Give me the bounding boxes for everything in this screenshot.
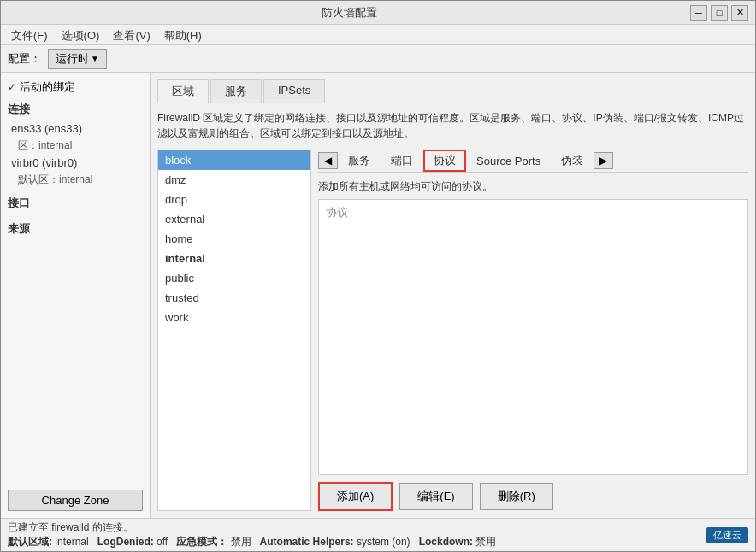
detail-tab-masquerade[interactable]: 伪装: [551, 150, 594, 172]
window-title: 防火墙配置: [8, 5, 690, 21]
menu-view[interactable]: 查看(V): [106, 26, 157, 43]
content-area: ✓ 活动的绑定 连接 ens33 (ens33) 区：internal virb…: [1, 73, 755, 518]
zone-description: FirewallD 区域定义了绑定的网络连接、接口以及源地址的可信程度。区域是服…: [157, 110, 748, 141]
helpers-value: system (on): [357, 536, 410, 548]
tab-zones[interactable]: 区域: [157, 79, 209, 103]
main-tabs: 区域 服务 IPSets: [157, 79, 748, 103]
edit-button[interactable]: 编辑(E): [399, 483, 472, 510]
main-area: 配置： 运行时 ▼ ✓ 活动的绑定 连接 ens33 (ens33) 区：int…: [1, 45, 755, 551]
zone-external[interactable]: external: [158, 209, 310, 229]
sidebar-virbr0[interactable]: virbr0 (virbr0): [8, 155, 143, 171]
status-text: 已建立至 firewalld 的连接。 默认区域: internal LogDe…: [8, 520, 706, 549]
menu-help[interactable]: 帮助(H): [157, 26, 209, 43]
prev-tab-button[interactable]: ◀: [318, 152, 338, 169]
zone-panel: block dmz drop external home internal pu…: [157, 150, 748, 511]
emergency-label: 应急模式：: [176, 536, 227, 548]
protocol-description: 添加所有主机或网络均可访问的协议。: [318, 179, 748, 194]
tab-services[interactable]: 服务: [210, 79, 262, 103]
zone-drop[interactable]: drop: [158, 190, 310, 209]
menu-bar: 文件(F) 选项(O) 查看(V) 帮助(H): [1, 25, 755, 45]
action-buttons: 添加(A) 编辑(E) 删除(R): [318, 482, 748, 511]
title-bar: 防火墙配置 ─ □ ✕: [1, 1, 755, 25]
zone-dmz[interactable]: dmz: [158, 170, 310, 190]
status-bar: 已建立至 firewalld 的连接。 默认区域: internal LogDe…: [1, 518, 755, 551]
log-denied-value: off: [157, 536, 168, 548]
zone-trusted[interactable]: trusted: [158, 288, 310, 308]
menu-options[interactable]: 选项(O): [55, 26, 107, 43]
sidebar-virbr0-zone: 默认区：internal: [8, 171, 143, 189]
emergency-value: 禁用: [231, 536, 251, 548]
dropdown-arrow: ▼: [91, 54, 99, 63]
zone-block[interactable]: block: [158, 150, 310, 170]
detail-tab-ports[interactable]: 端口: [381, 150, 423, 172]
detail-tab-protocol[interactable]: 协议: [423, 150, 466, 172]
sidebar-ens33[interactable]: ens33 (ens33): [8, 120, 143, 137]
active-bindings-label: 活动的绑定: [20, 79, 75, 95]
port-title: 接口: [8, 196, 143, 211]
toolbar-config-label: 配置：: [8, 51, 41, 67]
zone-internal[interactable]: internal: [158, 249, 310, 268]
delete-button[interactable]: 删除(R): [480, 483, 553, 510]
tab-ipsets[interactable]: IPSets: [263, 79, 325, 103]
detail-tabs: ◀ 服务 端口 协议 Source Ports 伪装 ▶: [318, 150, 748, 173]
change-zone-button[interactable]: Change Zone: [8, 490, 143, 511]
runtime-dropdown[interactable]: 运行时 ▼: [48, 49, 107, 69]
lockdown-label: Lockdown:: [419, 536, 473, 548]
connection-status: 已建立至 firewalld 的连接。: [8, 521, 133, 533]
detail-tab-services[interactable]: 服务: [338, 150, 381, 172]
zone-work[interactable]: work: [158, 308, 310, 327]
toolbar: 配置： 运行时 ▼: [1, 45, 755, 73]
detail-tab-source-ports[interactable]: Source Ports: [466, 151, 551, 171]
window-controls: ─ □ ✕: [690, 5, 748, 21]
right-panel: 区域 服务 IPSets FirewallD 区域定义了绑定的网络连接、接口以及…: [151, 73, 755, 518]
zone-list: block dmz drop external home internal pu…: [157, 150, 311, 511]
sidebar-ens33-zone: 区：internal: [8, 137, 143, 155]
active-bindings-section: ✓ 活动的绑定: [8, 79, 143, 95]
main-window: 防火墙配置 ─ □ ✕ 文件(F) 选项(O) 查看(V) 帮助(H) 配置： …: [0, 0, 756, 552]
minimize-button[interactable]: ─: [690, 5, 707, 21]
menu-file[interactable]: 文件(F): [4, 26, 55, 43]
next-tab-button[interactable]: ▶: [594, 152, 613, 169]
zone-detail: ◀ 服务 端口 协议 Source Ports 伪装 ▶ 添加所有主机或网络均可…: [318, 150, 748, 511]
default-zone-value: internal: [55, 536, 88, 548]
lockdown-value: 禁用: [475, 536, 496, 548]
logo-badge: 亿速云: [706, 527, 748, 543]
add-button[interactable]: 添加(A): [318, 482, 393, 511]
protocol-area: 协议: [318, 199, 748, 475]
zone-home[interactable]: home: [158, 229, 310, 249]
connection-title: 连接: [8, 102, 143, 117]
sidebar: ✓ 活动的绑定 连接 ens33 (ens33) 区：internal virb…: [1, 73, 151, 518]
helpers-label: Automatic Helpers:: [260, 536, 354, 548]
protocol-header: 协议: [322, 203, 744, 222]
maximize-button[interactable]: □: [711, 5, 728, 21]
log-denied-label: LogDenied:: [97, 536, 154, 548]
close-button[interactable]: ✕: [731, 5, 748, 21]
default-zone-label: 默认区域:: [8, 536, 52, 548]
source-title: 来源: [8, 221, 143, 237]
zone-public[interactable]: public: [158, 268, 310, 288]
